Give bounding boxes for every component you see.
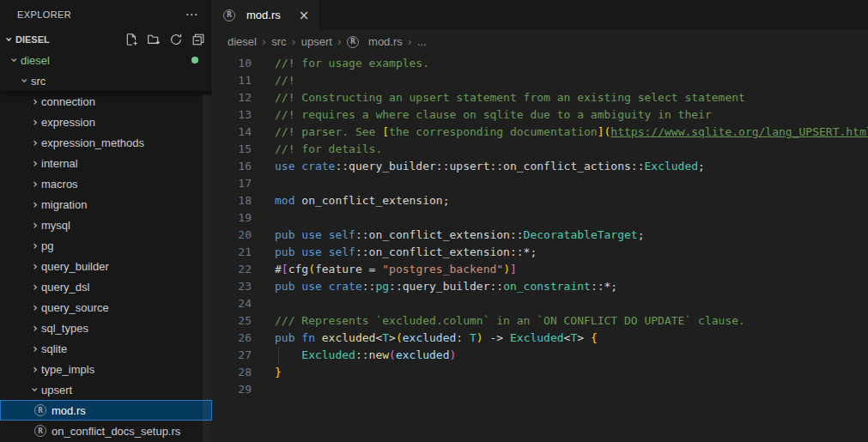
tree-item-migration[interactable]: ›migration [0,194,212,215]
tree-item-pg[interactable]: ›pg [0,235,212,256]
tree-item-label: mysql [41,219,70,232]
line-number[interactable]: 27 [213,347,252,364]
code-line[interactable]: 22#[cfg(feature = "postgres_backend")] [213,261,868,278]
breadcrumb-item-upsert[interactable]: upsert [301,35,332,48]
tree-item-type-impls[interactable]: ›type_impls [0,359,212,379]
collapse-all-icon[interactable] [191,33,205,46]
line-number[interactable]: 29 [213,381,252,398]
tree-item-mod-rs[interactable]: Rmod.rs [0,400,212,421]
breadcrumb-separator-icon: › [262,35,266,48]
breadcrumb-item-label: ... [417,35,427,48]
code-line-content: Excluded::new(excluded) [252,347,456,364]
line-number[interactable]: 22 [213,261,252,278]
code-line[interactable]: 10//! for usage examples. [213,55,868,72]
tree-item-label: type_impls [41,363,94,376]
code-line[interactable]: 20pub use self::on_conflict_extension::D… [213,227,868,244]
line-number[interactable]: 12 [213,89,252,106]
breadcrumb-item-label: upsert [301,35,332,48]
tree-item-sqlite[interactable]: ›sqlite [0,338,212,359]
tree-item-mysql[interactable]: ›mysql [0,215,212,235]
tree-item-internal[interactable]: ›internal [0,153,212,173]
code-line[interactable]: 25/// Represents `excluded.column` in an… [213,312,868,330]
line-number[interactable]: 13 [213,106,252,124]
line-number[interactable]: 17 [213,175,252,192]
tree-item-sql-types[interactable]: ›sql_types [0,318,212,338]
code-line[interactable]: 16use crate::query_builder::upsert::on_c… [213,158,868,175]
code-line[interactable]: 18mod on_conflict_extension; [213,192,868,209]
code-line[interactable]: 12//! Constructing an upsert statement f… [213,89,868,106]
breadcrumb-item-diesel[interactable]: diesel [228,35,257,48]
chevron-right-icon: › [29,178,41,190]
tree-item-query-builder[interactable]: ›query_builder [0,256,212,276]
file-tree: ›diesel›src›connection›expression›expres… [0,50,212,441]
code-line-content: //! [252,72,294,89]
tree-item-connection[interactable]: ›connection [0,91,212,112]
code-line[interactable]: 17 [213,175,868,192]
code-line-content: pub fn excluded<T>(excluded: T) -> Exclu… [252,330,598,347]
line-number[interactable]: 20 [213,227,252,244]
tree-item-label: on_conflict_docs_setup.rs [52,425,180,438]
sidebar-scrollbar[interactable] [203,94,211,442]
code-line[interactable]: 19 [213,209,868,227]
tree-item-label: sqlite [41,342,67,355]
tree-item-label: query_builder [41,260,109,273]
chevron-down-icon: › [9,54,21,66]
line-number[interactable]: 19 [213,209,252,227]
line-number[interactable]: 26 [213,330,252,347]
tree-item-label: expression [41,116,95,129]
line-number[interactable]: 24 [213,295,252,312]
code-line[interactable]: 15//! for details. [213,141,868,158]
line-number[interactable]: 14 [213,124,252,141]
close-icon[interactable]: × [299,8,310,23]
code-line[interactable]: 27 Excluded::new(excluded) [213,347,868,364]
code-editor[interactable]: 10//! for usage examples.11//!12//! Cons… [213,53,868,442]
breadcrumb-item-mod-rs[interactable]: Rmod.rs [347,35,403,48]
section-header-diesel[interactable]: › DIESEL [0,29,212,50]
tree-item-expression-methods[interactable]: ›expression_methods [0,132,212,153]
line-number[interactable]: 28 [213,364,252,381]
tree-item-label: src [31,75,46,88]
tree-item-expression[interactable]: ›expression [0,112,212,132]
tree-item-label: diesel [21,54,50,67]
line-number[interactable]: 11 [213,72,252,89]
code-line[interactable]: 14//! parser. See [the corresponding doc… [213,124,868,141]
chevron-right-icon: › [29,281,41,293]
tree-item-query-dsl[interactable]: ›query_dsl [0,276,212,297]
code-line[interactable]: 21pub use self::on_conflict_extension::*… [213,244,868,261]
line-number[interactable]: 16 [213,158,252,175]
code-line[interactable]: 23pub use crate::pg::query_builder::on_c… [213,278,868,295]
section-label: DIESEL [15,34,50,45]
tree-item-query-source[interactable]: ›query_source [0,297,212,318]
tree-item-upsert[interactable]: ›upsert [0,379,212,400]
chevron-right-icon: › [29,157,41,169]
tree-item-on-conflict-docs-setup-rs[interactable]: Ron_conflict_docs_setup.rs [0,421,212,441]
code-line[interactable]: 26pub fn excluded<T>(excluded: T) -> Exc… [213,330,868,347]
new-file-icon[interactable] [124,33,138,46]
code-line[interactable]: 28} [213,364,868,381]
breadcrumb-item--[interactable]: ... [417,35,427,48]
code-line-content: pub use crate::pg::query_builder::on_con… [252,278,617,295]
line-number[interactable]: 23 [213,278,252,295]
code-line[interactable]: 13//! requires a where clause on sqlite … [213,106,868,124]
tree-item-label: migration [41,198,87,211]
tree-item-label: expression_methods [41,136,144,149]
line-number[interactable]: 25 [213,312,252,330]
line-number[interactable]: 10 [213,55,252,72]
rust-file-icon: R [223,9,235,21]
new-folder-icon[interactable] [147,33,161,46]
line-number[interactable]: 21 [213,244,252,261]
breadcrumb-item-src[interactable]: src [271,35,286,48]
line-number[interactable]: 18 [213,192,252,209]
line-number[interactable]: 15 [213,141,252,158]
more-actions-icon[interactable]: ⋯ [182,7,202,22]
tree-item-diesel[interactable]: ›diesel [0,50,212,70]
tree-item-src[interactable]: ›src [0,70,212,91]
code-line-content: //! parser. See [the corresponding docum… [252,124,868,141]
code-line[interactable]: 24 [213,295,868,312]
rust-file-icon: R [347,36,359,48]
tab-mod-rs[interactable]: R mod.rs × [213,0,319,30]
code-line[interactable]: 11//! [213,72,868,89]
refresh-icon[interactable] [169,33,183,46]
tree-item-macros[interactable]: ›macros [0,173,212,194]
code-line[interactable]: 29 [213,381,868,398]
